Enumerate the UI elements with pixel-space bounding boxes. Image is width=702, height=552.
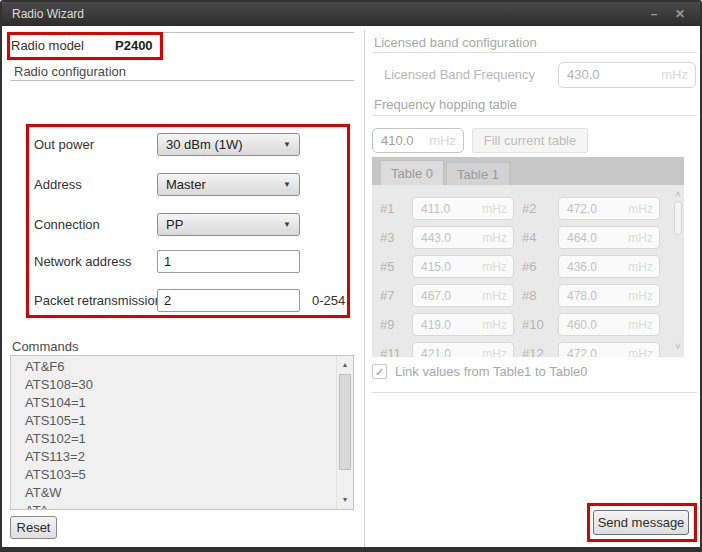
fill-current-table-button: Fill current table [472,128,588,153]
table-tab-strip: Table 0 Table 1 [372,157,684,185]
frequency-hopping-header: Frequency hopping table [374,97,517,112]
frequency-entry-input: 415.0mHz [412,255,514,278]
commands-header: Commands [12,339,78,354]
entry-unit: mHz [482,347,507,357]
entry-num: #12 [522,346,544,357]
frequency-entry-input: 478.0mHz [558,284,660,307]
entry-unit: mHz [482,231,507,245]
frequency-entry-input: 472.0mHz [558,342,660,357]
connection-label: Connection [34,217,100,232]
scroll-down-icon[interactable]: ▼ [337,492,353,508]
network-address-label: Network address [34,254,132,269]
command-item[interactable]: ATS103=5 [11,466,353,484]
entry-num: #5 [380,259,394,274]
command-item[interactable]: ATS104=1 [11,394,353,412]
licensed-band-frequency-input: 430.0 mHz [558,62,696,88]
radio-model-label: Radio model [11,38,84,53]
tab-table-0: Table 0 [380,160,444,185]
frequency-entry-input: 460.0mHz [558,313,660,336]
entry-num: #3 [380,230,394,245]
address-label: Address [34,177,82,192]
close-icon[interactable]: ✕ [670,2,690,26]
title-bar: Radio Wizard – ✕ [2,2,700,26]
frequency-entry-input: 419.0mHz [412,313,514,336]
command-item[interactable]: ATS102=1 [11,430,353,448]
command-item[interactable]: AT&W [11,484,353,502]
entry-unit: mHz [482,289,507,303]
entry-value: 436.0 [567,260,597,274]
scroll-up-icon[interactable]: ▲ [337,357,353,373]
link-tables-label: Link values from Table1 to Table0 [395,364,587,379]
entry-unit: mHz [628,347,653,357]
command-item[interactable]: ATS108=30 [11,376,353,394]
entry-unit: mHz [482,318,507,332]
licensed-band-frequency-label: Licensed Band Frequency [384,67,535,82]
entry-value: 472.0 [567,202,597,216]
entry-value: 464.0 [567,231,597,245]
entry-num: #6 [522,259,536,274]
address-value: Master [166,177,206,192]
connection-value: PP [166,217,183,232]
frequency-entry-input: 472.0mHz [558,197,660,220]
entry-value: 460.0 [567,318,597,332]
network-address-input[interactable] [157,250,300,273]
packet-retransmission-range: 0-254 [312,293,345,308]
radio-wizard-window: Radio Wizard – ✕ Radio model P2400 Radio… [0,0,702,552]
entry-value: 415.0 [421,260,451,274]
licensed-band-header: Licensed band configuration [374,35,537,50]
hopping-frequency-value: 410.0 [381,133,414,148]
commands-listbox[interactable]: AT&F6 ATS108=30 ATS104=1 ATS105=1 ATS102… [10,355,354,510]
entry-num: #8 [522,288,536,303]
entry-unit: mHz [628,289,653,303]
entry-num: #4 [522,230,536,245]
packet-retransmission-input[interactable] [157,289,300,312]
frequency-entry-input: 411.0mHz [412,197,514,220]
hopping-frequency-unit: mHz [429,133,456,148]
commands-scrollbar-thumb[interactable] [339,374,351,470]
radio-model-value: P2400 [115,38,153,53]
entry-num: #2 [522,201,536,216]
reset-button[interactable]: Reset [10,516,57,539]
radio-configuration-header: Radio configuration [14,64,126,79]
entry-num: #10 [522,317,544,332]
frequency-hopping-underline [372,115,697,116]
out-power-dropdown[interactable]: 30 dBm (1W) ▼ [157,133,300,156]
link-tables-checkbox: ✓ [372,364,387,379]
address-dropdown[interactable]: Master ▼ [157,173,300,196]
licensed-band-frequency-unit: mHz [661,67,688,82]
entry-unit: mHz [482,260,507,274]
command-item[interactable]: ATS113=2 [11,448,353,466]
entry-value: 419.0 [421,318,451,332]
licensed-band-underline [372,52,697,53]
packet-retransmission-label: Packet retransmission [34,293,162,308]
command-item[interactable]: ATS105=1 [11,412,353,430]
entry-value: 467.0 [421,289,451,303]
connection-dropdown[interactable]: PP ▼ [157,213,300,236]
hopping-frequency-input: 410.0 mHz [372,128,464,153]
entry-value: 472.0 [567,347,597,357]
entry-unit: mHz [628,231,653,245]
frequency-entry-input: 464.0mHz [558,226,660,249]
frequency-table-panel: Table 0 Table 1 #1 411.0mHz #2 472.0mHz … [372,157,684,357]
radio-model-header-line [163,32,354,33]
minimize-icon[interactable]: – [644,2,664,26]
entry-num: #1 [380,201,394,216]
check-icon: ✓ [375,366,384,378]
entry-unit: mHz [628,260,653,274]
frequency-entry-input: 436.0mHz [558,255,660,278]
entry-value: 478.0 [567,289,597,303]
commands-scrollbar[interactable]: ▲ ▼ [336,356,353,509]
command-item[interactable]: ATA [11,502,353,510]
chevron-down-icon: ˅ [673,341,683,352]
entry-unit: mHz [482,202,507,216]
window-title: Radio Wizard [12,7,84,21]
entry-num: #7 [380,288,394,303]
send-message-button[interactable]: Send message [593,510,689,535]
entry-unit: mHz [628,202,653,216]
chevron-down-icon: ▼ [283,220,291,229]
right-panel-separator [372,392,697,393]
panel-divider [364,30,365,547]
tab-table-1: Table 1 [446,162,510,185]
entry-value: 421.0 [421,347,451,357]
command-item[interactable]: AT&F6 [11,358,353,376]
